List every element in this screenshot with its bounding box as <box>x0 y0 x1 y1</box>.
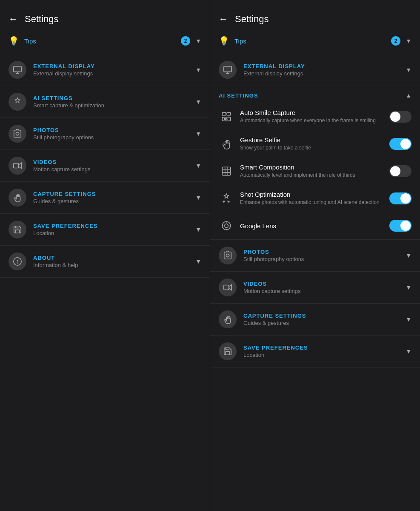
right-panel: ← Settings 💡 Tips 2 ▼ EXTERNAL DISPLAY E… <box>210 0 420 511</box>
external-display-title: EXTERNAL DISPLAY <box>33 63 189 69</box>
right-save-preferences-icon <box>219 342 237 360</box>
svg-rect-16 <box>222 167 231 175</box>
auto-smile-toggle[interactable] <box>389 111 411 123</box>
svg-rect-4 <box>14 164 19 168</box>
shot-optimization-item: Shot Optimization Enhance photos with au… <box>210 185 420 212</box>
left-tips-row[interactable]: 💡 Tips 2 ▼ <box>0 32 210 50</box>
right-external-display-text: EXTERNAL DISPLAY External display settin… <box>243 63 399 77</box>
right-capture-settings-subtitle: Guides & gestures <box>243 320 399 326</box>
save-preferences-icon-left <box>9 221 26 238</box>
right-save-preferences-subtitle: Location <box>243 352 399 358</box>
smart-composition-icon <box>219 164 234 179</box>
right-tips-icon: 💡 <box>219 36 229 46</box>
external-display-chevron: ▼ <box>195 66 201 73</box>
right-videos-item[interactable]: VIDEOS Motion capture settings ▼ <box>210 272 420 303</box>
right-photos-item[interactable]: PHOTOS Still photography options ▼ <box>210 240 420 271</box>
right-tips-row[interactable]: 💡 Tips 2 ▼ <box>210 32 420 50</box>
svg-point-15 <box>224 118 226 120</box>
right-photos-subtitle: Still photography options <box>243 256 399 262</box>
smart-composition-text: Smart Composition Automatically level an… <box>240 164 383 179</box>
left-tips-chevron: ▼ <box>195 37 201 44</box>
svg-rect-0 <box>14 66 21 72</box>
ai-settings-chevron: ▼ <box>195 98 201 105</box>
right-photos-text: PHOTOS Still photography options <box>243 249 399 262</box>
videos-chevron-left: ▼ <box>195 162 201 169</box>
smart-composition-toggle[interactable] <box>389 165 411 177</box>
capture-settings-title-left: CAPTURE SETTINGS <box>33 191 189 197</box>
left-header-title: Settings <box>25 14 59 25</box>
right-save-preferences-text: SAVE PREFERENCES Location <box>243 344 399 358</box>
right-external-display-icon <box>219 61 237 79</box>
left-about-item[interactable]: ABOUT Information & help ▼ <box>0 246 210 277</box>
left-photos-item[interactable]: PHOTOS Still photography options ▼ <box>0 118 210 149</box>
auto-smile-title: Auto Smile Capture <box>240 109 383 116</box>
left-back-button[interactable]: ← <box>9 14 18 25</box>
external-display-icon <box>9 61 26 79</box>
right-photos-chevron: ▼ <box>406 252 411 259</box>
save-preferences-text-left: SAVE PREFERENCES Location <box>33 223 189 236</box>
right-external-display-chevron: ▼ <box>406 66 411 73</box>
right-capture-settings-item[interactable]: CAPTURE SETTINGS Guides & gestures ▼ <box>210 304 420 335</box>
right-tips-label: Tips <box>234 37 386 45</box>
smart-composition-title: Smart Composition <box>240 164 383 171</box>
auto-smile-subtitle: Automatically capture when everyone in t… <box>240 117 383 124</box>
svg-marker-29 <box>229 285 231 290</box>
svg-point-27 <box>226 254 229 257</box>
save-preferences-chevron-left: ▼ <box>195 226 201 233</box>
videos-text-left: VIDEOS Motion capture settings <box>33 159 189 172</box>
left-ai-settings-item[interactable]: AI SETTINGS Smart capture & optimization… <box>0 86 210 118</box>
shot-optimization-icon <box>219 191 234 206</box>
svg-point-21 <box>225 224 229 228</box>
right-save-preferences-chevron: ▼ <box>406 348 411 355</box>
smart-composition-item: Smart Composition Automatically level an… <box>210 158 420 185</box>
right-capture-settings-text: CAPTURE SETTINGS Guides & gestures <box>243 313 399 326</box>
svg-point-22 <box>222 221 231 230</box>
shot-optimization-text: Shot Optimization Enhance photos with au… <box>240 191 383 206</box>
save-preferences-subtitle-left: Location <box>33 230 189 236</box>
external-display-text: EXTERNAL DISPLAY External display settin… <box>33 63 189 77</box>
google-lens-item: Google Lens <box>210 212 420 239</box>
gesture-selfie-toggle-knob <box>400 139 411 149</box>
photos-title-left: PHOTOS <box>33 127 189 133</box>
photos-icon-left <box>9 125 26 143</box>
right-back-button[interactable]: ← <box>219 14 228 25</box>
left-save-preferences-item[interactable]: SAVE PREFERENCES Location ▼ <box>0 214 210 245</box>
photos-subtitle-left: Still photography options <box>33 134 189 141</box>
photos-text-left: PHOTOS Still photography options <box>33 127 189 141</box>
videos-subtitle-left: Motion capture settings <box>33 166 189 172</box>
left-tips-label: Tips <box>24 37 176 45</box>
svg-rect-9 <box>224 66 231 72</box>
about-title: ABOUT <box>33 255 189 261</box>
auto-smile-item: Auto Smile Capture Automatically capture… <box>210 103 420 130</box>
gesture-selfie-toggle[interactable] <box>389 138 411 150</box>
about-chevron: ▼ <box>195 258 201 265</box>
capture-settings-subtitle-left: Guides & gestures <box>33 198 189 204</box>
gesture-selfie-subtitle: Show your palm to take a selfie <box>240 144 383 152</box>
gesture-selfie-title: Gesture Selfie <box>240 136 383 144</box>
left-external-display-item[interactable]: EXTERNAL DISPLAY External display settin… <box>0 54 210 86</box>
left-divider-8 <box>0 277 210 278</box>
right-photos-title: PHOTOS <box>243 249 399 255</box>
right-videos-chevron: ▼ <box>406 284 411 291</box>
right-divider-7 <box>210 367 420 367</box>
google-lens-toggle[interactable] <box>389 220 411 232</box>
ai-settings-title: AI SETTINGS <box>33 95 189 101</box>
right-external-display-title: EXTERNAL DISPLAY <box>243 63 399 69</box>
svg-point-3 <box>16 132 19 135</box>
right-save-preferences-item[interactable]: SAVE PREFERENCES Location ▼ <box>210 336 420 367</box>
shot-optimization-toggle[interactable] <box>389 192 411 204</box>
right-capture-settings-title: CAPTURE SETTINGS <box>243 313 399 319</box>
left-capture-settings-item[interactable]: CAPTURE SETTINGS Guides & gestures ▼ <box>0 182 210 213</box>
left-videos-item[interactable]: VIDEOS Motion capture settings ▼ <box>0 150 210 181</box>
ai-settings-section-header[interactable]: AI SETTINGS ▲ <box>210 86 420 103</box>
svg-rect-28 <box>224 285 229 290</box>
capture-settings-icon-left <box>9 189 26 207</box>
right-external-display-item[interactable]: EXTERNAL DISPLAY External display settin… <box>210 54 420 86</box>
google-lens-icon <box>219 218 234 233</box>
google-lens-toggle-knob <box>400 221 411 231</box>
tips-icon: 💡 <box>9 36 19 46</box>
right-photos-icon <box>219 247 237 264</box>
photos-chevron-left: ▼ <box>195 130 201 137</box>
smart-composition-toggle-knob <box>390 166 400 176</box>
google-lens-title: Google Lens <box>240 222 383 230</box>
